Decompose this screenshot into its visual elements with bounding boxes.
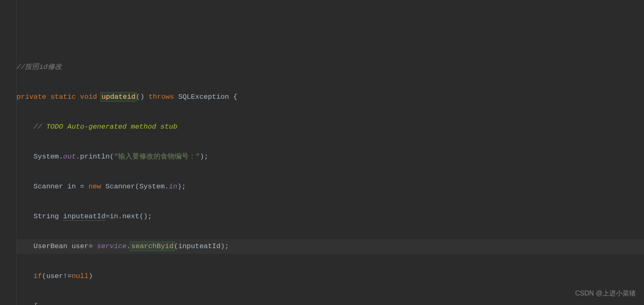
punct: );	[177, 183, 186, 190]
punct: ;	[204, 153, 208, 161]
keyword: void	[80, 93, 97, 101]
field: in	[169, 183, 177, 190]
code-area[interactable]: //按照id修改 private static void updateid() …	[0, 45, 644, 305]
class-name: Scanner	[105, 183, 135, 190]
code-line[interactable]: // TODO Auto-generated method stub	[17, 120, 644, 134]
gutter	[0, 0, 17, 305]
class-ref: System	[34, 153, 59, 161]
punct: )	[88, 272, 92, 280]
class-ref: System	[139, 183, 165, 190]
punct: ()	[136, 93, 144, 101]
comment-prefix: //	[34, 123, 46, 131]
var: user	[72, 242, 89, 250]
code-editor[interactable]: //按照id修改 private static void updateid() …	[0, 0, 644, 305]
keyword: throws	[148, 93, 174, 101]
string-literal: "输入要修改的食物编号："	[114, 153, 200, 161]
cond: (user!=	[42, 272, 71, 280]
var: inputeatId	[63, 212, 105, 221]
class-name: UserBean	[34, 242, 68, 250]
code-line[interactable]: String inputeatId=in.next();	[17, 209, 644, 224]
op: =	[76, 183, 89, 190]
keyword: new	[88, 183, 101, 190]
code-line[interactable]: System.out.println("输入要修改的食物编号：");	[17, 149, 644, 164]
var: in	[67, 183, 75, 190]
code-line[interactable]: //按照id修改	[17, 60, 644, 75]
keyword: if	[34, 272, 42, 280]
punct: {	[229, 93, 237, 101]
params: (inputeatId);	[174, 242, 229, 250]
watermark: CSDN @上进小菜猪	[575, 286, 636, 301]
rest: =in.next();	[105, 212, 152, 220]
method-ref: searchByid	[130, 242, 175, 251]
class-name: Scanner	[34, 183, 63, 190]
todo-comment: TODO Auto-generated method stub	[46, 123, 177, 131]
brace: {	[34, 302, 38, 305]
code-line[interactable]: if(user!=null)	[17, 269, 644, 284]
code-line[interactable]: private static void updateid() throws SQ…	[17, 90, 644, 105]
keyword: private	[17, 93, 46, 101]
field: out	[63, 153, 76, 161]
field: service	[97, 242, 126, 250]
class-name: SQLException	[178, 93, 229, 101]
op: =	[88, 242, 97, 250]
keyword: null	[72, 272, 89, 280]
code-line[interactable]: {	[17, 299, 644, 305]
method-ref: println	[80, 153, 109, 161]
method-name: updateid	[100, 92, 137, 102]
type: String	[34, 212, 59, 220]
comment-text: //按照id修改	[17, 63, 62, 71]
code-line[interactable]: Scanner in = new Scanner(System.in);	[17, 179, 644, 194]
code-line-current[interactable]: UserBean user= service.searchByid(inpute…	[17, 239, 644, 254]
keyword: static	[51, 93, 76, 101]
